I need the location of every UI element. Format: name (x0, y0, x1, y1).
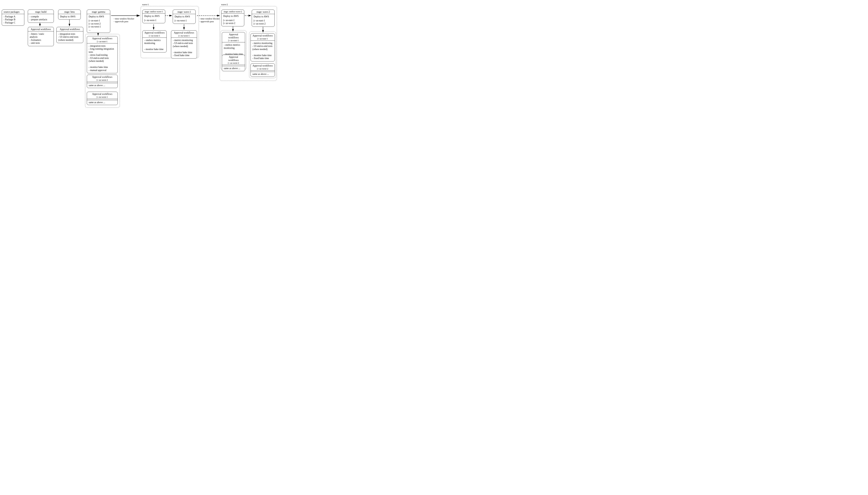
title-text: Approval workflows (253, 64, 273, 67)
body: Deploy to AWS (175, 15, 194, 18)
subtitle: ▷ eu-west-1 (89, 96, 116, 99)
list-item: - Package A (4, 15, 22, 18)
list-item: ▷ eu-west-1 (144, 19, 163, 22)
subtitle: ▷ eu-west-1 (173, 34, 195, 37)
box-onebox2-approval-usw2: Approval workflows ▷ us-west-2 same as a… (222, 55, 245, 71)
title-text: Approval workflows (253, 34, 273, 37)
box-stage-build: stage: build - compile - prepare artefac… (28, 10, 54, 23)
title-text: Approval workflows (92, 93, 112, 95)
list-item: - integration tests (89, 45, 116, 48)
same-as-above: same as above ... (251, 72, 275, 77)
box-wave2-approval-usw2: Approval workflows ▷ us-west-2 same as a… (250, 63, 275, 77)
box-title: Approval workflows ▷ us-east-1 (87, 36, 118, 44)
list-item: ▷ us-west-2 (223, 22, 242, 25)
region-list: ▷ us-east-1 ▷ us-west-2 (223, 19, 242, 25)
note-line: - approvals pass (114, 20, 134, 23)
list-item: - UI end-to-end tests (where needed) (253, 45, 273, 51)
box-beta-approval: Approval workflows - integration tests -… (56, 27, 83, 43)
box-gamma-approval-usw2: Approval workflows ▷ us-west-2 same as a… (87, 75, 118, 88)
box-onebox2-approval-use1: Approval workflows ▷ us-east-1 - onebox … (222, 32, 245, 57)
box-title: stage: wave-1 (173, 10, 195, 14)
list-item: - onebox metrics monitoring (144, 39, 165, 45)
list-item: - long-running integration tests (89, 47, 116, 53)
box-stage-gamma: stage: gamma Deploy to AWS ▷ us-east-1 ▷… (87, 10, 110, 33)
box-title: Approval workflows ▷ us-east-1 (222, 32, 245, 42)
title-text: Approval workflows (174, 31, 194, 34)
body: Deploy to AWS (89, 15, 108, 18)
note-line: - time window blocker (114, 17, 134, 20)
list: - integration tests - long-running integ… (89, 45, 116, 72)
box-title: stage: onebox-wave-1 (142, 10, 165, 14)
list-item: ▷ us-east-1 (254, 19, 273, 22)
subtitle: ▷ us-west-2 (89, 79, 116, 82)
box-stage-wave-2: stage: wave-2 Deploy to AWS ▷ us-east-1 … (252, 10, 275, 27)
list-item: - Package C (4, 21, 22, 24)
box-title: Approval workflows ▷ us-west-2 (87, 75, 118, 82)
box-title: Approval workflows ▷ us-west-2 (222, 55, 245, 65)
title-text: Approval workflows (92, 76, 112, 78)
list: - integration tests - UI end-to-end test… (58, 33, 82, 42)
list: - metrics monitoring - UI end-to-end tes… (173, 39, 195, 57)
gate-note-2: - time window blocker - approvals pass (199, 17, 220, 23)
list-item: - integration tests (58, 33, 82, 36)
box-title: stage: gamma (87, 10, 110, 14)
box-title: Approval workflows (28, 27, 54, 31)
region-list: ▷ us-east-1 ▷ us-west-2 (254, 19, 273, 25)
body: Deploy to AWS (254, 15, 273, 18)
box-gamma-approval-euw1: Approval workflows ▷ eu-west-1 same as a… (87, 92, 118, 105)
box-onebox1-approval: Approval workflows ▷ eu-west-1 - onebox … (142, 30, 167, 52)
title-text: Approval workflows (144, 31, 164, 34)
list-item: - monitor bake time (89, 66, 116, 69)
box-wave2-approval-use1: Approval workflows ▷ us-east-1 - metrics… (250, 33, 275, 62)
box-stage-beta: stage: beta Deploy to AWS (58, 10, 81, 20)
box-stage-wave-1: stage: wave-1 Deploy to AWS ▷ eu-west-1 (173, 10, 196, 24)
list-item: - UI end-to-end tests (where needed) (173, 42, 195, 48)
box-title: stage: beta (58, 10, 81, 14)
same-as-above: same as above ... (87, 83, 118, 88)
list-item: ▷ us-west-2 (89, 22, 108, 25)
list-item: - monitor bake time (144, 48, 165, 51)
subtitle: ▷ us-west-2 (224, 62, 243, 64)
box-title: Approval workflows (57, 27, 83, 31)
subtitle: ▷ eu-west-1 (144, 34, 165, 37)
list: - onebox metrics monitoring - monitor ba… (224, 44, 243, 55)
box-title: Approval workflows ▷ eu-west-1 (87, 92, 118, 99)
list-item: ▷ eu-west-1 (175, 19, 194, 22)
group-label: wave-1 (142, 3, 149, 6)
group-label: wave-2 (221, 3, 228, 6)
box-stage-onebox-wave-2: stage: onebox-wave-2 Deploy to AWS ▷ us-… (221, 10, 244, 27)
list-item: ▷ us-west-2 (254, 22, 273, 25)
box-stage-onebox-wave-1: stage: onebox-wave-1 Deploy to AWS ▷ eu-… (142, 10, 165, 23)
region-list: ▷ eu-west-1 (175, 19, 194, 22)
list-item: - Package B (4, 18, 22, 21)
list-item: - metrics monitoring (253, 42, 273, 45)
region-list: ▷ eu-west-1 (144, 19, 163, 22)
box-title: Approval workflows ▷ us-east-1 (251, 34, 275, 41)
box-title: Approval workflows ▷ eu-west-1 (142, 31, 167, 38)
list-item: - fixed bake time (253, 57, 273, 60)
box-source-packages: source packages - Package A - Package B … (2, 10, 24, 26)
list-item: - UI end-to-end tests (where needed) (58, 35, 82, 41)
list-item: - formatters (30, 38, 52, 42)
region-list: ▷ us-east-1 ▷ us-west-2 ▷ eu-west-1 ... (89, 19, 108, 31)
subtitle: ▷ us-east-1 (253, 37, 273, 40)
subtitle: ▷ us-east-1 (89, 40, 116, 43)
list-item: ▷ us-east-1 (223, 19, 242, 22)
list: - onebox metrics monitoring - monitor ba… (144, 39, 165, 51)
list: - Package A - Package B - Package C (4, 15, 22, 24)
same-as-above: same as above ... (222, 66, 245, 71)
box-title: stage: build (28, 10, 54, 14)
body: Deploy to AWS (223, 15, 242, 18)
list: - metrics monitoring - UI end-to-end tes… (253, 42, 273, 60)
title-text: Approval workflows (228, 56, 239, 62)
box-gamma-approval-use1: Approval workflows ▷ us-east-1 - integra… (87, 36, 118, 73)
gate-note-1: - time window blocker - approvals pass (114, 17, 134, 23)
box-title: source packages (2, 10, 24, 14)
list-item: - onebox metrics monitoring (224, 44, 243, 50)
list: - linters / static analysis - formatters… (30, 33, 52, 45)
list-item: - UI end-to-end tests (where needed) (89, 56, 116, 63)
list-item: ▷ eu-west-1 (89, 25, 108, 28)
box-build-approval: Approval workflows - linters / static an… (28, 27, 54, 46)
title-text: Approval workflows (228, 33, 239, 39)
list-item: - monitor bake time (253, 54, 273, 57)
